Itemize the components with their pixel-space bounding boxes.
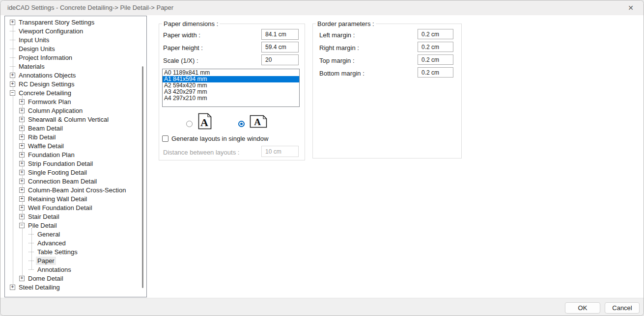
tree-item-label[interactable]: Design Units: [17, 45, 56, 53]
landscape-page-icon[interactable]: A: [250, 115, 267, 128]
tree-item-design-units[interactable]: Design Units: [5, 44, 141, 53]
tree-item-rib-detail[interactable]: +Rib Detail: [5, 132, 141, 141]
tree-item-concrete-detailing[interactable]: −Concrete Detailing: [5, 88, 141, 97]
tree-item-label[interactable]: Shearwall & Column Vertical: [27, 115, 110, 124]
top-margin-input[interactable]: [418, 54, 453, 65]
paper-size-option-a4[interactable]: A4 297x210 mm: [163, 95, 299, 102]
expand-plus-icon[interactable]: +: [10, 285, 15, 290]
tree-item-label[interactable]: Well Foundation Detail: [27, 204, 94, 212]
tree-item-annotations-objects[interactable]: +Annotations Objects: [5, 71, 141, 79]
tree-item-well-foundation-detail[interactable]: +Well Foundation Detail: [5, 203, 141, 212]
tree-item-dome-detail[interactable]: +Dome Detail: [5, 274, 141, 283]
expand-plus-icon[interactable]: +: [19, 117, 25, 122]
expand-plus-icon[interactable]: +: [19, 143, 25, 149]
tree-item-retaining-wall-detail[interactable]: +Retaining Wall Detail: [5, 194, 141, 203]
cancel-button[interactable]: Cancel: [605, 302, 640, 314]
tree-item-pile-detail[interactable]: −Pile Detail: [5, 221, 141, 230]
tree-item-input-units[interactable]: Input Units: [5, 35, 141, 44]
tree-item-stair-detail[interactable]: +Stair Detail: [5, 212, 141, 221]
tree-item-label[interactable]: Column-Beam Joint Cross-Section: [27, 186, 127, 194]
tree-item-label[interactable]: Steel Detailing: [17, 283, 61, 291]
expand-plus-icon[interactable]: +: [19, 126, 25, 131]
bottom-margin-input[interactable]: [418, 67, 453, 78]
expand-plus-icon[interactable]: +: [19, 134, 25, 140]
expand-plus-icon[interactable]: +: [19, 161, 25, 166]
scale-input[interactable]: [261, 54, 299, 65]
tree-item-label[interactable]: Annotations Objects: [17, 71, 77, 79]
tree-item-label[interactable]: Materials: [17, 62, 46, 71]
expand-plus-icon[interactable]: +: [19, 152, 25, 158]
tree-item-label[interactable]: Paper: [36, 257, 56, 265]
tree-vertical-scrollbar[interactable]: [142, 66, 143, 288]
landscape-orientation-radio[interactable]: [238, 121, 245, 127]
tree-item-label[interactable]: Foundation Plan: [27, 151, 76, 159]
expand-plus-icon[interactable]: +: [19, 179, 25, 184]
collapse-minus-icon[interactable]: −: [10, 90, 15, 96]
expand-plus-icon[interactable]: +: [19, 99, 25, 105]
tree-item-formwork-plan[interactable]: +Formwork Plan: [5, 97, 141, 106]
right-margin-input[interactable]: [418, 42, 453, 52]
expand-plus-icon[interactable]: +: [10, 20, 15, 25]
paper-width-input[interactable]: [261, 29, 299, 40]
tree-item-label[interactable]: Stair Detail: [27, 212, 61, 221]
tree-item-label[interactable]: Input Units: [17, 36, 51, 44]
expand-plus-icon[interactable]: +: [19, 276, 25, 281]
tree-item-label[interactable]: Project Information: [17, 53, 74, 62]
tree-item-project-information[interactable]: Project Information: [5, 53, 141, 62]
tree-item-label[interactable]: Transparent Story Settings: [17, 18, 96, 26]
tree-item-transparent-story-settings[interactable]: +Transparent Story Settings: [5, 18, 141, 26]
tree-item-label[interactable]: Annotations: [36, 265, 73, 274]
collapse-minus-icon[interactable]: −: [19, 223, 25, 228]
expand-plus-icon[interactable]: +: [19, 108, 25, 113]
left-margin-input[interactable]: [418, 29, 453, 39]
tree-item-strip-foundation-detail[interactable]: +Strip Foundation Detail: [5, 159, 141, 168]
tree-item-label[interactable]: Pile Detail: [27, 221, 58, 230]
tree-item-beam-detail[interactable]: +Beam Detail: [5, 124, 141, 132]
expand-plus-icon[interactable]: +: [19, 205, 25, 211]
tree-item-label[interactable]: Table Settings: [36, 248, 79, 256]
portrait-orientation-radio[interactable]: [186, 121, 193, 127]
tree-item-waffle-detail[interactable]: +Waffle Detail: [5, 141, 141, 150]
tree-item-label[interactable]: Formwork Plan: [27, 98, 72, 106]
tree-item-steel-detailing[interactable]: +Steel Detailing: [5, 283, 141, 291]
tree-item-connection-beam-detail[interactable]: +Connection Beam Detail: [5, 177, 141, 185]
paper-size-listbox[interactable]: A0 1189x841 mmA1 841x594 mmA2 594x420 mm…: [162, 69, 300, 107]
tree-item-shearwall-column-vertical[interactable]: +Shearwall & Column Vertical: [5, 115, 141, 124]
tree-item-table-settings[interactable]: Table Settings: [5, 247, 141, 256]
tree-item-label[interactable]: Concrete Detailing: [17, 89, 73, 97]
tree-item-paper[interactable]: Paper: [5, 256, 141, 265]
expand-plus-icon[interactable]: +: [10, 81, 15, 87]
close-button[interactable]: ✕: [621, 0, 641, 15]
tree-item-column-application[interactable]: +Column Application: [5, 106, 141, 115]
expand-plus-icon[interactable]: +: [19, 214, 25, 219]
tree-item-label[interactable]: Waffle Detail: [27, 142, 65, 150]
tree-item-materials[interactable]: Materials: [5, 62, 141, 71]
tree-item-label[interactable]: Single Footing Detail: [27, 168, 88, 177]
tree-item-foundation-plan[interactable]: +Foundation Plan: [5, 150, 141, 159]
tree-item-label[interactable]: Retaining Wall Detail: [27, 195, 88, 203]
tree-item-single-footing-detail[interactable]: +Single Footing Detail: [5, 168, 141, 177]
expand-plus-icon[interactable]: +: [10, 73, 15, 78]
expand-plus-icon[interactable]: +: [19, 187, 25, 193]
tree-item-label[interactable]: Column Application: [27, 106, 84, 115]
tree-item-rc-design-settings[interactable]: +RC Design Settings: [5, 79, 141, 88]
tree-item-label[interactable]: Strip Foundation Detail: [27, 159, 94, 168]
tree-item-label[interactable]: RC Design Settings: [17, 80, 76, 88]
expand-plus-icon[interactable]: +: [19, 196, 25, 202]
ok-button[interactable]: OK: [565, 302, 600, 314]
tree-item-column-beam-joint-cross-section[interactable]: +Column-Beam Joint Cross-Section: [5, 185, 141, 194]
tree-item-label[interactable]: Viewport Configuration: [17, 27, 84, 35]
tree-item-label[interactable]: Dome Detail: [27, 274, 65, 283]
tree-item-general[interactable]: General: [5, 230, 141, 238]
tree-item-label[interactable]: Connection Beam Detail: [27, 177, 98, 185]
expand-plus-icon[interactable]: +: [19, 170, 25, 175]
generate-layouts-checkbox[interactable]: [162, 135, 168, 142]
tree-item-label[interactable]: Beam Detail: [27, 124, 64, 132]
paper-height-input[interactable]: [261, 42, 299, 53]
tree-item-annotations[interactable]: Annotations: [5, 265, 141, 274]
tree-item-label[interactable]: Advanced: [36, 239, 67, 247]
portrait-page-icon[interactable]: A: [198, 113, 212, 130]
tree-item-viewport-configuration[interactable]: Viewport Configuration: [5, 26, 141, 35]
tree-item-advanced[interactable]: Advanced: [5, 238, 141, 247]
tree-item-label[interactable]: General: [36, 230, 61, 238]
